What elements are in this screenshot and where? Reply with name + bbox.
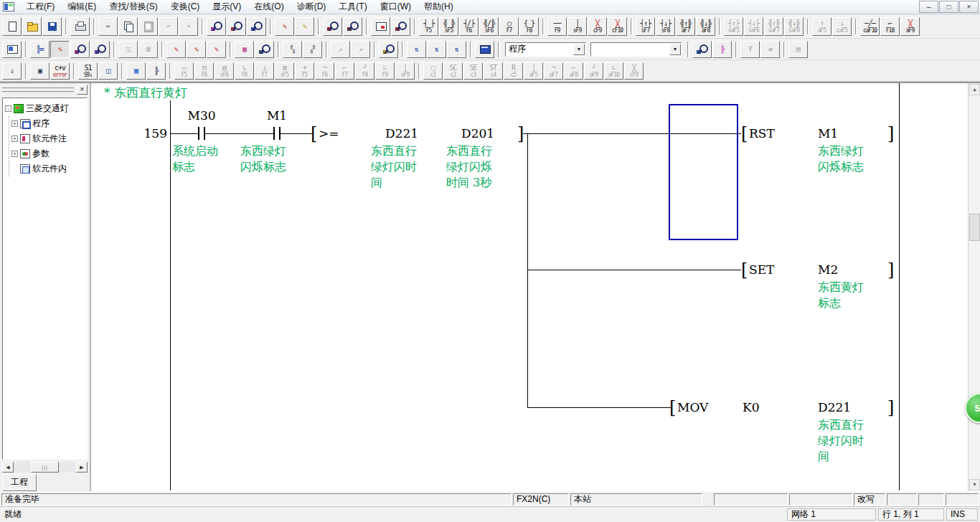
- menu-diagnostics[interactable]: 诊断(D): [291, 0, 333, 14]
- delete-horizontal-line-button[interactable]: ╳cF9: [588, 17, 607, 36]
- read-mode-button[interactable]: ✎: [187, 41, 206, 58]
- program-check-button[interactable]: c+verror: [50, 62, 70, 80]
- closed-contact-button[interactable]: ┤/├F6: [459, 17, 479, 36]
- tree-item-device-memory[interactable]: 软元件内: [11, 161, 85, 176]
- device-memory-button[interactable]: ▦: [126, 62, 146, 80]
- menu-find-replace[interactable]: 查找/替换(S): [103, 0, 164, 14]
- scroll-up-icon[interactable]: ▲: [969, 84, 980, 95]
- collapse-icon[interactable]: -: [5, 105, 11, 112]
- application-instruction-button[interactable]: { }F8: [519, 17, 539, 36]
- delete-row-button[interactable]: ⇅: [427, 41, 446, 58]
- hscroll-thumb[interactable]: |||: [31, 462, 58, 473]
- display-window-button[interactable]: [371, 17, 390, 36]
- edit-cursor[interactable]: [669, 104, 738, 240]
- falling-pulse-parallel-button[interactable]: ╣↓╠aF8: [696, 17, 715, 36]
- comment-edit-button[interactable]: ✎: [207, 41, 226, 58]
- open-contact-button[interactable]: ┤ ├F5: [419, 17, 438, 36]
- shortcut-label: F8: [362, 72, 368, 78]
- expand-icon[interactable]: +: [11, 151, 18, 157]
- sidebar-grip[interactable]: [2, 87, 74, 92]
- sidebar-close-button[interactable]: ×: [77, 85, 88, 95]
- tab-project[interactable]: 工程: [2, 474, 37, 491]
- find-contact-button[interactable]: [70, 41, 90, 58]
- menu-project[interactable]: 工程(F): [20, 0, 61, 14]
- comment-display-button[interactable]: [2, 41, 22, 58]
- insert-row-button[interactable]: ⇅: [407, 41, 426, 58]
- toolbar-separator: [318, 19, 320, 34]
- step-number-sort-button[interactable]: S1S9↓: [78, 62, 98, 80]
- circuit-image-button[interactable]: [391, 17, 410, 36]
- replace-device-button[interactable]: ✎: [275, 17, 294, 36]
- insert-column-button[interactable]: ⇅: [447, 41, 466, 58]
- data-list-button[interactable]: ╠: [146, 62, 166, 80]
- scroll-right-icon[interactable]: ▶: [76, 462, 88, 473]
- cut-button[interactable]: ✂: [98, 17, 118, 36]
- horizontal-line-button[interactable]: ──F9: [547, 17, 567, 36]
- delete-line-button[interactable]: ╳aF9: [900, 17, 920, 36]
- circuit-zoom-button[interactable]: [323, 17, 342, 36]
- print-button[interactable]: [70, 17, 90, 36]
- menu-help[interactable]: 帮助(H): [418, 0, 460, 14]
- clock-setting-button[interactable]: [255, 41, 274, 58]
- menu-edit[interactable]: 编辑(E): [61, 0, 103, 14]
- convert-button[interactable]: ⇓: [2, 62, 22, 80]
- expand-icon[interactable]: +: [11, 120, 18, 127]
- coil-button[interactable]: ○F7: [499, 17, 519, 36]
- scroll-left-icon[interactable]: ◀: [2, 462, 14, 473]
- replace-string-button[interactable]: ✎: [295, 17, 314, 36]
- find-device-button[interactable]: [227, 17, 246, 36]
- chevron-down-icon[interactable]: ▼: [669, 44, 681, 55]
- edit-mode-button[interactable]: ✎: [50, 41, 70, 58]
- menu-view[interactable]: 显示(V): [206, 0, 248, 14]
- open-project-button[interactable]: [22, 17, 42, 36]
- cascade-windows-button[interactable]: ▣: [30, 62, 50, 80]
- expand-icon[interactable]: +: [11, 136, 18, 142]
- find-button[interactable]: [207, 17, 226, 36]
- closed-contact-parallel-button[interactable]: ╣/╠sF6: [479, 17, 499, 36]
- delete-vertical-line-button[interactable]: ╳cF10: [608, 17, 627, 36]
- open-contact-parallel-button[interactable]: ╣ ╠sF5: [439, 17, 458, 36]
- data-tree-button[interactable]: ╠: [712, 41, 732, 58]
- vertical-line-button[interactable]: │sF9: [567, 17, 587, 36]
- find-string-button[interactable]: [247, 17, 266, 36]
- menu-online[interactable]: 在线(O): [248, 0, 290, 14]
- plc-type-panel: FX2N(C): [513, 493, 569, 506]
- tree-item-program[interactable]: + 程序: [11, 116, 85, 131]
- data-kind-dropdown[interactable]: 程序▼: [505, 42, 586, 57]
- rising-pulse-parallel-button[interactable]: ╣↑╠aF7: [676, 17, 695, 36]
- menu-convert[interactable]: 变换(C): [164, 0, 207, 14]
- vscroll-thumb[interactable]: [969, 214, 980, 241]
- hscroll-track[interactable]: |||: [14, 462, 76, 473]
- rising-pulse-button[interactable]: ┤↑├sF7: [636, 17, 655, 36]
- vertical-scrollbar[interactable]: ▲ ▼: [968, 83, 980, 491]
- falling-pulse-button[interactable]: ┤↓├sF8: [656, 17, 675, 36]
- minimize-button[interactable]: –: [919, 1, 938, 13]
- restore-button[interactable]: □: [939, 1, 958, 13]
- device-test-button[interactable]: ▦: [235, 41, 254, 58]
- save-project-button[interactable]: [42, 17, 62, 36]
- tree-root-item[interactable]: - 三菱交通灯: [4, 101, 85, 116]
- chevron-down-icon[interactable]: ▼: [573, 44, 585, 55]
- tree-item-device-comment[interactable]: + 软元件注: [11, 131, 85, 146]
- new-data-button[interactable]: [692, 41, 712, 58]
- write-line-button[interactable]: ⌐F10: [880, 17, 900, 36]
- screen-setting-button[interactable]: [475, 41, 494, 58]
- sidebar-hscrollbar[interactable]: ◀ ||| ▶: [2, 461, 88, 473]
- menu-tools[interactable]: 工具(T): [332, 0, 373, 14]
- scroll-down-icon[interactable]: ▼: [969, 479, 980, 490]
- menu-window[interactable]: 窗口(W): [374, 0, 418, 14]
- sfc-selection-branch-button: ¬F6: [315, 62, 334, 80]
- ladder-editor[interactable]: * 东西直行黄灯 159 M30 系统启动 标志 M1 东西绿: [91, 83, 968, 491]
- project-data-list-button[interactable]: ╠≡: [30, 41, 50, 58]
- close-button[interactable]: ×: [959, 1, 979, 13]
- data-name-dropdown[interactable]: ▼: [590, 42, 682, 57]
- copy-button[interactable]: [118, 17, 138, 36]
- program-compare-button[interactable]: ◫: [98, 62, 118, 80]
- invert-operation-button[interactable]: ─╱─caF10: [860, 17, 880, 36]
- new-project-button[interactable]: [2, 17, 22, 36]
- monitor-condition-button[interactable]: [379, 41, 398, 58]
- write-mode-button[interactable]: ✎: [166, 41, 186, 58]
- block-zoom-button[interactable]: [343, 17, 362, 36]
- find-step-button[interactable]: [90, 41, 110, 58]
- tree-item-parameter[interactable]: + 参数: [11, 146, 85, 161]
